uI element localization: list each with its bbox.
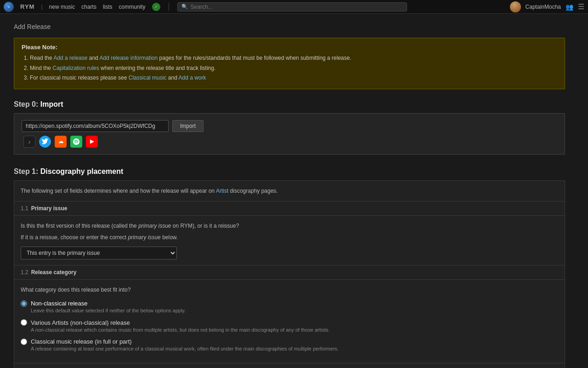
radio-classical-desc: A release containing at least one perfor… — [31, 345, 558, 353]
youtube-icon[interactable]: ▶ — [86, 136, 98, 148]
note-item-2: Mind the Capitalization rules when enter… — [30, 63, 557, 74]
apple-music-icon[interactable]: ♪ — [23, 136, 35, 148]
username: CaptainMocha — [526, 4, 561, 10]
search-icon: 🔍 — [181, 4, 188, 10]
nav-charts[interactable]: charts — [81, 4, 96, 10]
section-file-under: 1.3 File under This field determines whi… — [14, 363, 565, 368]
section-12-num: 1.2 — [21, 269, 28, 276]
search-input[interactable] — [191, 4, 403, 10]
navbar: ● RYM | new music charts lists community… — [0, 0, 588, 14]
section-release-category: 1.2 Release category What category does … — [14, 265, 565, 363]
radio-item-various: Various Artists (non-classical) release … — [21, 319, 558, 334]
logo-icon[interactable]: ● — [4, 2, 14, 12]
radio-various-artists[interactable] — [21, 319, 27, 326]
category-question: What category does this release best fit… — [21, 285, 558, 294]
page-title: Add Release — [14, 23, 565, 30]
nav-community[interactable]: community — [119, 4, 146, 10]
import-input[interactable] — [22, 120, 169, 132]
twitter-icon[interactable] — [39, 136, 51, 148]
note-box: Please Note: Read the Add a release and … — [14, 38, 565, 89]
artist-link[interactable]: Artist — [216, 188, 228, 194]
section-primary-issue: 1.1 Primary issue Is this the first vers… — [14, 201, 565, 265]
spotify-icon[interactable] — [70, 136, 82, 148]
step1-intro: The following set of fields determines w… — [14, 181, 565, 201]
radio-non-classical[interactable] — [21, 300, 27, 307]
add-release-link[interactable]: Add a release — [53, 55, 87, 61]
brand-name: RYM — [20, 3, 34, 10]
note-title: Please Note: — [22, 44, 557, 51]
step0-section: Step 0: Import Import ♪ ☁ ▶ — [14, 100, 565, 155]
import-button[interactable]: Import — [172, 120, 204, 132]
section-11-title: Primary issue — [31, 205, 68, 212]
capitalization-rules-link[interactable]: Capitalization rules — [52, 65, 99, 71]
step1-title: Discography placement — [40, 167, 124, 175]
step1-section: Step 1: Discography placement The follow… — [14, 167, 565, 368]
search-bar: 🔍 — [177, 2, 407, 12]
radio-various-label: Various Artists (non-classical) release — [31, 319, 130, 326]
verified-icon: ✓ — [152, 3, 160, 11]
step0-header: Step 0: Import — [14, 100, 565, 109]
nav-lists[interactable]: lists — [103, 4, 113, 10]
radio-classical-label: Classical music release (in full or part… — [31, 338, 132, 345]
users-icon[interactable]: 👥 — [565, 3, 573, 11]
service-icons: ♪ ☁ ▶ — [22, 136, 557, 148]
soundcloud-icon[interactable]: ☁ — [55, 136, 67, 148]
import-box: Import ♪ ☁ ▶ — [14, 113, 565, 155]
note-item-1: Read the Add a release and Add release i… — [30, 53, 557, 63]
step1-label: Step 1: — [14, 167, 38, 175]
note-list: Read the Add a release and Add release i… — [22, 53, 557, 83]
radio-non-classical-label: Non-classical release — [31, 300, 88, 307]
step1-box: The following set of fields determines w… — [14, 180, 565, 368]
step0-title: Import — [40, 100, 63, 108]
radio-group-category: Non-classical release Leave this default… — [21, 300, 558, 353]
avatar — [510, 1, 521, 12]
section-11-num: 1.1 — [21, 205, 28, 212]
section-12-title: Release category — [31, 269, 77, 276]
radio-various-desc: A non-classical release which contains m… — [31, 326, 558, 334]
menu-icon[interactable]: ☰ — [578, 2, 584, 11]
radio-non-classical-desc: Leave this default value selected if nei… — [31, 307, 558, 315]
nav-new-music[interactable]: new music — [49, 4, 75, 10]
radio-item-non-classical: Non-classical release Leave this default… — [21, 300, 558, 315]
radio-classical[interactable] — [21, 339, 27, 345]
step0-label: Step 0: — [14, 100, 38, 108]
radio-item-classical: Classical music release (in full or part… — [21, 338, 558, 353]
note-item-3: For classical music releases please see … — [30, 73, 557, 83]
classical-music-link[interactable]: Classical music — [129, 75, 167, 81]
primary-issue-select[interactable]: This entry is the primary issue This is … — [21, 247, 177, 259]
add-release-info-link[interactable]: Add release information — [99, 55, 158, 61]
add-work-link[interactable]: Add a work — [178, 75, 206, 81]
step1-header: Step 1: Discography placement — [14, 167, 565, 176]
